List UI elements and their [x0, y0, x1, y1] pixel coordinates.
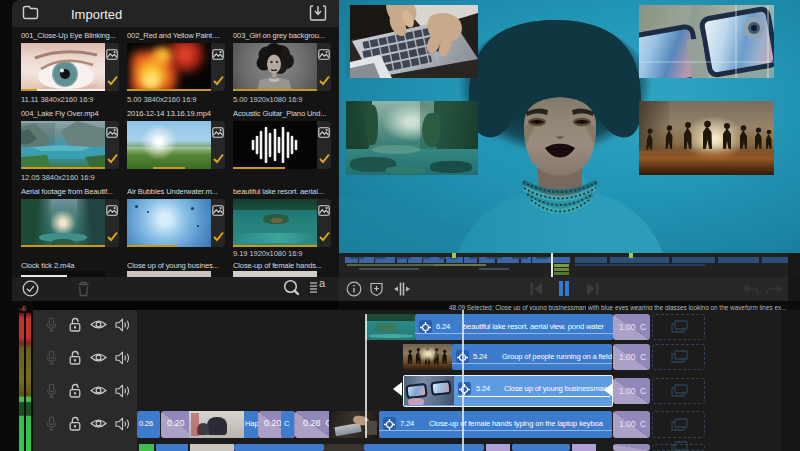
svg-text:a: a [319, 278, 326, 289]
